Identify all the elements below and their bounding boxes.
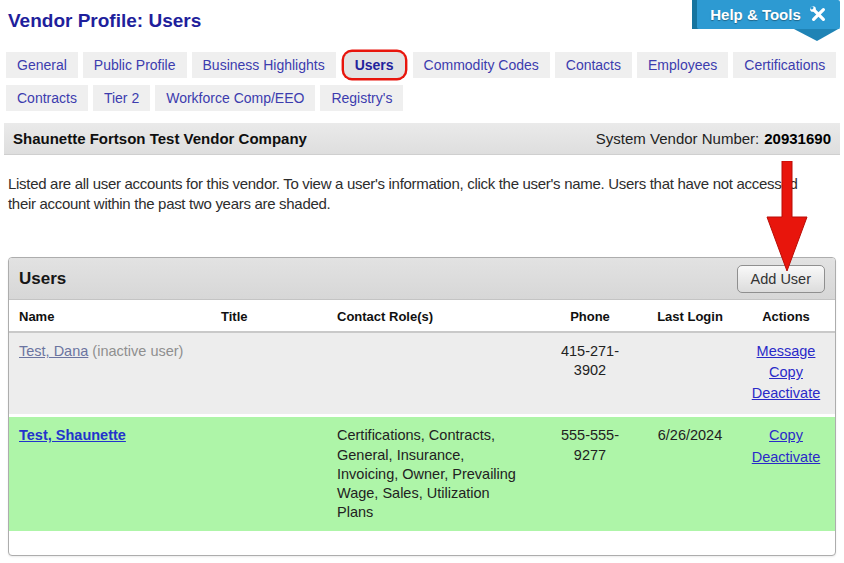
- users-panel-header: Users Add User: [9, 258, 835, 300]
- tab-certifications[interactable]: Certifications: [733, 52, 836, 78]
- users-table: Name Title Contact Role(s) Phone Last Lo…: [9, 300, 835, 531]
- column-header-actions: Actions: [737, 300, 835, 332]
- users-table-header-row: Name Title Contact Role(s) Phone Last Lo…: [9, 300, 835, 332]
- user-name-link[interactable]: Test, Shaunette: [19, 427, 126, 443]
- tools-icon: [809, 5, 828, 24]
- user-last-login-cell: [643, 332, 737, 416]
- user-name-cell: Test, Shaunette: [9, 416, 211, 531]
- user-name-cell: Test, Dana (inactive user): [9, 332, 211, 416]
- users-panel: Users Add User Name Title Contact Role(s…: [8, 257, 836, 556]
- tab-business-highlights[interactable]: Business Highlights: [192, 52, 336, 78]
- tab-tier2[interactable]: Tier 2: [93, 85, 150, 111]
- user-row-inactive: Test, Dana (inactive user) 415-271-3902 …: [9, 332, 835, 416]
- help-tools-label: Help & Tools: [710, 6, 801, 23]
- inactive-user-note: (inactive user): [92, 343, 183, 359]
- users-description-text: Listed are all user accounts for this ve…: [8, 174, 806, 214]
- tab-employees[interactable]: Employees: [637, 52, 728, 78]
- tab-general[interactable]: General: [6, 52, 78, 78]
- vendor-profile-users-page: { "page_title": "Vendor Profile: Users",…: [0, 0, 844, 563]
- user-actions-cell: Copy Deactivate: [737, 416, 835, 531]
- deactivate-link[interactable]: Deactivate: [747, 384, 825, 403]
- tab-contracts[interactable]: Contracts: [6, 85, 88, 111]
- tab-bar-row2: Contracts Tier 2 Workforce Comp/EEO Regi…: [6, 85, 844, 111]
- tab-users[interactable]: Users: [344, 52, 405, 78]
- user-last-login-cell: 6/26/2024: [643, 416, 737, 531]
- user-contact-roles-cell: Certifications, Contracts, General, Insu…: [327, 416, 537, 531]
- tab-workforce-comp-eeo[interactable]: Workforce Comp/EEO: [155, 85, 315, 111]
- user-title-cell: [211, 416, 327, 531]
- user-phone-cell: 555-555-9277: [537, 416, 643, 531]
- column-header-name: Name: [9, 300, 211, 332]
- column-header-title: Title: [211, 300, 327, 332]
- system-vendor-number-label: System Vendor Number:: [596, 130, 759, 147]
- copy-link[interactable]: Copy: [747, 363, 825, 382]
- tab-contacts[interactable]: Contacts: [555, 52, 632, 78]
- user-title-cell: [211, 332, 327, 416]
- help-tools-button[interactable]: Help & Tools: [692, 0, 840, 42]
- column-header-last-login: Last Login: [643, 300, 737, 332]
- tab-bar-row1: General Public Profile Business Highligh…: [6, 52, 844, 78]
- deactivate-link[interactable]: Deactivate: [747, 448, 825, 467]
- user-phone-cell: 415-271-3902: [537, 332, 643, 416]
- user-actions-cell: Message Copy Deactivate: [737, 332, 835, 416]
- message-link[interactable]: Message: [747, 342, 825, 361]
- column-header-phone: Phone: [537, 300, 643, 332]
- panel-bottom-spacer: [9, 531, 835, 536]
- user-contact-roles-cell: [327, 332, 537, 416]
- copy-link[interactable]: Copy: [747, 426, 825, 445]
- users-panel-heading: Users: [19, 269, 66, 289]
- column-header-contact-roles: Contact Role(s): [327, 300, 537, 332]
- tab-registrys[interactable]: Registry's: [320, 85, 403, 111]
- system-vendor-number-value: 20931690: [764, 130, 831, 147]
- user-row-active: Test, Shaunette Certifications, Contract…: [9, 416, 835, 531]
- add-user-button[interactable]: Add User: [737, 265, 825, 293]
- tab-commodity-codes[interactable]: Commodity Codes: [413, 52, 550, 78]
- vendor-company-name: Shaunette Fortson Test Vendor Company: [13, 130, 307, 147]
- vendor-info-bar: Shaunette Fortson Test Vendor Company Sy…: [4, 123, 840, 155]
- user-name-link[interactable]: Test, Dana: [19, 343, 88, 359]
- system-vendor-number: System Vendor Number:20931690: [596, 130, 831, 147]
- tab-public-profile[interactable]: Public Profile: [83, 52, 187, 78]
